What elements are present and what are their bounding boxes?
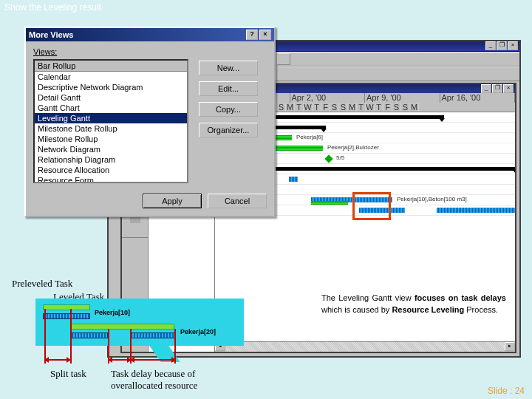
scrollbar-horizontal[interactable]: ◂ ▸ xyxy=(215,341,515,352)
day-label: S xyxy=(401,103,410,112)
list-item[interactable]: Resource Allocation xyxy=(35,165,187,175)
list-item[interactable]: Network Diagram xyxy=(35,144,187,154)
preleveled-bar xyxy=(311,201,348,205)
dim-arrow xyxy=(111,359,129,361)
minimize-button[interactable]: _ xyxy=(481,84,491,93)
close-button[interactable]: × xyxy=(503,84,514,93)
apply-button[interactable]: Apply xyxy=(143,194,202,208)
day-label: T xyxy=(375,103,383,112)
dim-arrow xyxy=(133,359,173,361)
day-label: W xyxy=(366,103,375,112)
edit-button[interactable]: Edit... xyxy=(199,81,258,96)
views-listbox[interactable]: Bar RollupCalendarDescriptive Network Di… xyxy=(33,59,188,183)
day-label: W xyxy=(304,103,313,112)
list-item[interactable]: Milestone Date Rollup xyxy=(35,123,187,134)
list-item[interactable]: Detail Gantt xyxy=(35,92,187,103)
maximize-button[interactable]: ❐ xyxy=(497,41,507,50)
day-label: M xyxy=(410,103,419,112)
more-views-dialog: More Views ? × Views: Bar RollupCalendar… xyxy=(24,27,276,217)
close-button[interactable]: × xyxy=(259,30,271,40)
week-label: Apr 16, '00 xyxy=(440,93,516,103)
copy-button[interactable]: Copy... xyxy=(199,102,258,117)
slide-caption: Show the Leveling result xyxy=(4,2,101,13)
task-bar[interactable] xyxy=(289,177,298,182)
label-task-delay: Task delay because of overallocated reso… xyxy=(111,368,222,392)
day-label: F xyxy=(321,103,330,112)
highlight-box xyxy=(352,192,391,220)
dialog-titlebar[interactable]: More Views ? × xyxy=(26,28,274,41)
minimize-button[interactable]: _ xyxy=(485,41,496,50)
mini-leveled-bar xyxy=(43,313,90,319)
toolbar-button[interactable] xyxy=(277,53,290,65)
slide-number: Slide : 24 xyxy=(488,386,525,396)
day-label: T xyxy=(357,103,366,112)
day-label: S xyxy=(330,103,339,112)
list-item[interactable]: Milestone Rollup xyxy=(35,134,187,144)
dim-line xyxy=(44,309,46,364)
day-label: S xyxy=(339,103,348,112)
day-label: S xyxy=(277,103,286,112)
day-label: M xyxy=(348,103,357,112)
day-label: M xyxy=(286,103,295,112)
cancel-button[interactable]: Cancel xyxy=(208,194,267,208)
list-item[interactable]: Leveling Gantt xyxy=(35,113,187,123)
list-item[interactable]: Bar Rollup xyxy=(35,61,187,72)
mini-label-2: Pekerja[20] xyxy=(180,328,216,335)
close-button[interactable]: × xyxy=(508,41,518,50)
scroll-right-button[interactable]: ▸ xyxy=(505,342,515,351)
mini-leveled-bar-split1 xyxy=(71,332,108,338)
help-button[interactable]: ? xyxy=(246,30,258,40)
list-item[interactable]: Resource Form xyxy=(35,175,187,183)
maximize-button[interactable]: ❐ xyxy=(492,84,502,93)
summary-bar xyxy=(252,167,515,171)
day-label: F xyxy=(383,103,392,112)
day-label: T xyxy=(313,103,321,112)
label-preleveled: Preleveled Task xyxy=(12,278,72,290)
day-label: T xyxy=(295,103,304,112)
list-item[interactable]: Relationship Diagram xyxy=(35,154,187,165)
dialog-title: More Views xyxy=(29,30,73,39)
organizer-button[interactable]: Organizer... xyxy=(199,123,258,137)
mini-preleveled-bar xyxy=(71,324,174,330)
bar-label: Pekerja[10],Beton[100 m3] xyxy=(397,196,467,202)
mini-label-1: Pekerja[10] xyxy=(95,309,130,316)
dim-arrow xyxy=(47,359,68,361)
list-item[interactable]: Gantt Chart xyxy=(35,103,187,113)
list-item[interactable]: Calendar xyxy=(35,72,187,82)
day-label: S xyxy=(392,103,401,112)
summary-bar xyxy=(252,115,444,119)
week-label: Apr 2, '00 xyxy=(290,93,366,103)
mini-leveled-bar-split2 xyxy=(130,332,176,338)
bar-label: 5/5 xyxy=(336,154,344,161)
dim-line xyxy=(70,309,72,364)
bar-label: Pekerja[6] xyxy=(296,134,323,140)
week-label: Apr 9, '00 xyxy=(365,93,440,103)
label-split-task: Split task xyxy=(50,368,86,380)
description-text: The Leveling Gantt view focuses on task … xyxy=(321,292,506,316)
views-label: Views: xyxy=(33,47,267,56)
new-button[interactable]: New... xyxy=(199,61,258,75)
mini-preleveled-bar xyxy=(43,304,90,310)
bar-label: Pekerja[2],Buldozer xyxy=(327,144,379,151)
list-item[interactable]: Descriptive Network Diagram xyxy=(35,82,187,92)
task-bar[interactable] xyxy=(437,208,515,213)
